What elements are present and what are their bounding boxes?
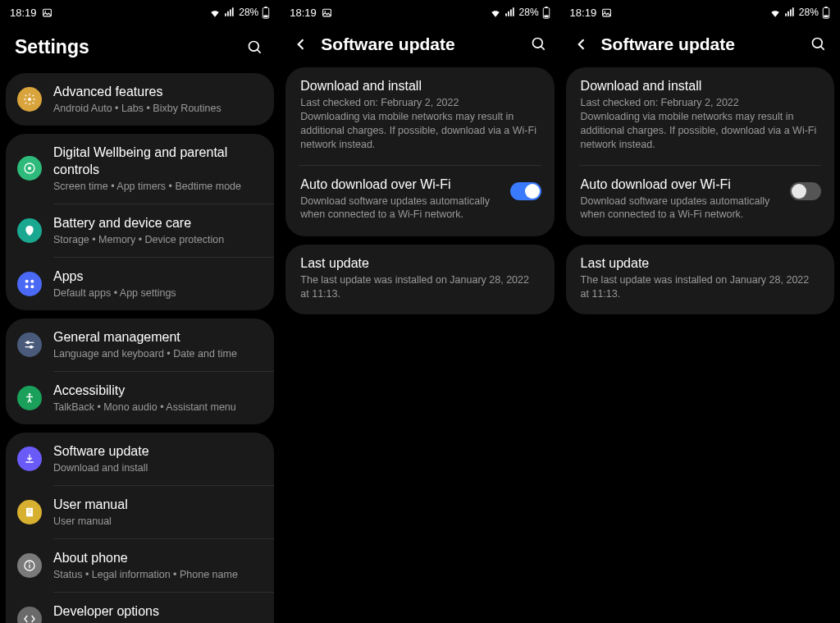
svg-point-11 <box>30 280 34 283</box>
svg-rect-29 <box>544 15 548 17</box>
page-title: Software update <box>321 34 518 54</box>
item-desc: Downloading via mobile networks may resu… <box>581 110 819 152</box>
item-subtitle: Download and install <box>53 461 262 474</box>
battery-icon <box>822 7 830 19</box>
signal-icon <box>504 7 516 17</box>
item-desc: The last update was installed on January… <box>581 273 819 301</box>
back-button[interactable] <box>291 34 311 54</box>
svg-rect-35 <box>824 7 827 8</box>
item-title: General management <box>53 329 262 346</box>
page-title: Software update <box>601 34 799 54</box>
settings-header: Settings <box>0 25 280 73</box>
back-button[interactable] <box>572 34 591 54</box>
item-desc: Download software updates automatically … <box>300 195 500 222</box>
settings-item-digital-wellbeing[interactable]: Digital Wellbeing and parental controls … <box>6 134 274 204</box>
item-subtitle: Android Auto • Labs • Bixby Routines <box>53 102 262 115</box>
settings-item-user-manual[interactable]: User manual User manual <box>6 486 274 538</box>
item-subtitle: Storage • Memory • Device protection <box>53 233 262 246</box>
accessibility-icon <box>17 386 42 410</box>
item-subtitle: TalkBack • Mono audio • Assistant menu <box>53 401 262 414</box>
settings-group: Software update Download and install Use… <box>6 433 274 623</box>
settings-item-advanced-features[interactable]: Advanced features Android Auto • Labs • … <box>6 73 274 126</box>
svg-line-38 <box>820 47 824 50</box>
item-subtitle: Screen time • App timers • Bedtime mode <box>53 180 262 193</box>
wifi-icon <box>209 7 221 17</box>
item-desc: The last update was installed on January… <box>300 273 539 301</box>
settings-item-general-management[interactable]: General management Language and keyboard… <box>6 318 274 371</box>
battery-icon <box>262 7 270 19</box>
battery-icon <box>542 7 550 19</box>
item-title: Accessibility <box>53 383 262 400</box>
svg-point-13 <box>30 285 34 288</box>
status-time: 18:19 <box>10 7 37 19</box>
settings-item-battery-care[interactable]: Battery and device care Storage • Memory… <box>6 204 274 257</box>
item-subtitle: User manual <box>53 515 262 528</box>
item-subtitle: Language and keyboard • Date and time <box>53 347 262 360</box>
about-icon <box>17 553 42 578</box>
search-button[interactable] <box>245 38 265 57</box>
auto-download-toggle[interactable] <box>790 182 821 200</box>
download-install-item[interactable]: Download and install Last checked on: Fe… <box>566 67 834 165</box>
last-update-card: Last update The last update was installe… <box>566 245 834 314</box>
settings-item-about-phone[interactable]: About phone Status • Legal information •… <box>6 539 274 592</box>
item-title: About phone <box>53 550 262 567</box>
svg-point-1 <box>44 11 46 12</box>
svg-rect-28 <box>545 7 547 8</box>
battery-text: 28% <box>239 7 258 18</box>
item-title: Advanced features <box>53 84 262 101</box>
svg-point-5 <box>249 41 259 51</box>
settings-item-apps[interactable]: Apps Default apps • App settings <box>6 258 274 310</box>
svg-point-26 <box>324 11 326 12</box>
svg-point-12 <box>25 285 29 288</box>
update-icon <box>17 447 42 471</box>
search-button[interactable] <box>529 34 549 54</box>
advanced-icon <box>17 87 42 112</box>
page-title: Settings <box>15 36 235 58</box>
auto-download-toggle[interactable] <box>510 182 541 200</box>
apps-icon <box>17 272 42 296</box>
item-title: Battery and device care <box>53 215 262 232</box>
svg-point-9 <box>28 167 31 170</box>
auto-download-item[interactable]: Auto download over Wi-Fi Download softwa… <box>285 166 554 237</box>
status-time: 18:19 <box>570 7 597 19</box>
download-install-item[interactable]: Download and install Last checked on: Fe… <box>285 67 554 165</box>
item-title: Last update <box>300 256 539 271</box>
item-title: Developer options <box>53 603 262 621</box>
svg-point-16 <box>27 341 30 344</box>
battery-text: 28% <box>799 7 819 18</box>
settings-item-developer-options[interactable]: Developer options Developer options <box>6 593 274 623</box>
software-update-panel: 18:19 28% Software update Download and i… <box>560 0 840 623</box>
item-title: Digital Wellbeing and parental controls <box>53 144 262 179</box>
svg-point-37 <box>812 39 822 48</box>
auto-download-item[interactable]: Auto download over Wi-Fi Download softwa… <box>566 166 834 237</box>
settings-group: Advanced features Android Auto • Labs • … <box>6 73 274 126</box>
battery-care-icon <box>17 218 42 243</box>
item-desc: Downloading via mobile networks may resu… <box>300 110 539 152</box>
wellbeing-icon <box>17 156 42 181</box>
image-icon <box>42 7 52 18</box>
svg-rect-4 <box>264 15 268 17</box>
svg-point-10 <box>25 280 29 283</box>
svg-rect-36 <box>824 15 828 17</box>
item-subtitle: Status • Legal information • Phone name <box>53 568 262 581</box>
general-icon <box>17 332 42 357</box>
settings-item-accessibility[interactable]: Accessibility TalkBack • Mono audio • As… <box>6 372 274 424</box>
item-title: Auto download over Wi-Fi <box>581 177 780 192</box>
item-title: User manual <box>53 497 262 514</box>
software-update-panel: 18:19 28% Software update Download and i… <box>280 0 559 623</box>
item-title: Download and install <box>300 79 539 94</box>
battery-text: 28% <box>519 7 539 18</box>
settings-item-software-update[interactable]: Software update Download and install <box>6 433 274 485</box>
last-update-item[interactable]: Last update The last update was installe… <box>566 245 834 314</box>
update-card: Download and install Last checked on: Fe… <box>285 67 554 236</box>
signal-icon <box>784 7 796 17</box>
image-icon <box>322 7 332 18</box>
statusbar: 18:19 28% <box>0 0 280 25</box>
svg-point-24 <box>29 562 30 564</box>
last-update-item[interactable]: Last update The last update was installe… <box>285 245 554 314</box>
search-button[interactable] <box>809 34 829 54</box>
item-subtitle: Default apps • App settings <box>53 286 262 300</box>
manual-icon <box>17 500 42 525</box>
software-update-header: Software update <box>280 25 559 67</box>
software-update-header: Software update <box>560 25 840 67</box>
